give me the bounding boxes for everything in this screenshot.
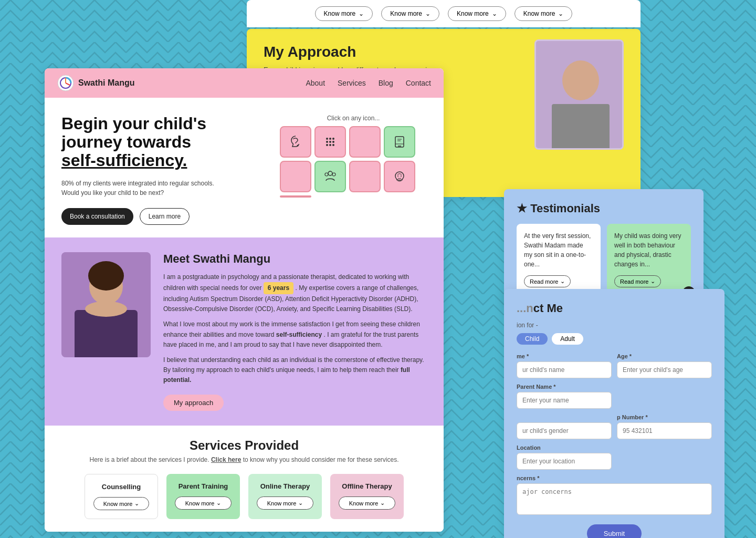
svg-point-24 (397, 175, 398, 177)
online-therapy-know-more[interactable]: Know more ⌄ (257, 496, 313, 510)
svg-point-14 (332, 141, 334, 143)
parent-name-label: Parent Name * (517, 384, 612, 390)
gender-input[interactable] (517, 422, 612, 439)
meet-para2: What I love most about my work is the im… (163, 319, 427, 350)
icon-grid-container: Click on any icon... (280, 115, 427, 198)
icon-empty2[interactable] (280, 161, 311, 192)
meet-content: Meet Swathi Mangu I am a postgraduate in… (163, 252, 427, 411)
chevron-down-icon: ⌄ (380, 500, 385, 506)
testimonial-2-text: My child was doing very well in both beh… (614, 231, 684, 269)
testimonials-title-icon: ★ (517, 202, 527, 215)
contact-tabs: Child Adult (517, 333, 712, 345)
know-more-btn-2[interactable]: Know more ⌄ (381, 6, 439, 21)
icon-dots[interactable] (314, 126, 346, 158)
service-offline-therapy: Offline Therapy Know more ⌄ (330, 474, 404, 519)
submit-container: Submit (517, 522, 712, 538)
know-more-btn-1[interactable]: Know more ⌄ (315, 6, 373, 21)
chevron-down-icon: ⌄ (650, 278, 655, 285)
svg-point-9 (326, 138, 328, 140)
svg-point-25 (401, 175, 402, 177)
hero-text: Begin your child's journey towards self-… (61, 115, 229, 225)
svg-point-13 (329, 141, 331, 143)
tab-adult[interactable]: Adult (552, 333, 583, 345)
phone-input[interactable] (617, 422, 712, 439)
phone-label: p Number * (617, 414, 712, 420)
navbar-links: About Services Blog Contact (306, 79, 431, 87)
offline-therapy-know-more[interactable]: Know more ⌄ (339, 496, 395, 510)
know-more-btn-4[interactable]: Know more ⌄ (514, 6, 573, 21)
nav-about[interactable]: About (306, 79, 325, 87)
submit-button[interactable]: Submit (587, 524, 642, 538)
chevron-down-icon: ⌄ (359, 10, 364, 17)
services-subtitle: Here is a brief about the services I pro… (61, 456, 427, 463)
svg-point-8 (297, 145, 299, 147)
years-badge: 6 years (264, 282, 293, 294)
form-group-location: Location (517, 444, 612, 470)
testimonial-1-read-more[interactable]: Read more ⌄ (524, 275, 571, 287)
svg-point-16 (329, 144, 331, 146)
approach-photo (534, 39, 624, 150)
main-panel: Swathi Mangu About Services Blog Contact… (45, 68, 444, 532)
form-group-phone: p Number * (617, 414, 712, 439)
location-input[interactable] (517, 453, 612, 470)
concerns-label: ncerns * (517, 475, 712, 481)
hero-buttons: Book a consultation Learn more (61, 208, 229, 225)
icon-empty4[interactable] (280, 195, 311, 198)
svg-point-11 (332, 138, 334, 140)
hero-heading: Begin your child's journey towards self-… (61, 115, 229, 170)
book-consultation-button[interactable]: Book a consultation (61, 208, 133, 225)
parent-name-input[interactable] (517, 392, 612, 409)
nav-services[interactable]: Services (338, 79, 366, 87)
meet-photo (61, 252, 151, 357)
icon-ear[interactable] (280, 126, 311, 158)
svg-point-23 (395, 172, 404, 180)
top-know-more-bar: Know more ⌄ Know more ⌄ Know more ⌄ Know… (247, 0, 640, 27)
concerns-textarea[interactable] (517, 483, 712, 515)
svg-point-10 (329, 138, 331, 140)
my-approach-button[interactable]: My approach (163, 395, 224, 411)
icon-group[interactable] (314, 161, 346, 192)
meet-section: Meet Swathi Mangu I am a postgraduate in… (45, 237, 444, 426)
form-group-concerns: ncerns * (517, 475, 712, 515)
age-input[interactable] (617, 361, 712, 378)
know-more-btn-3[interactable]: Know more ⌄ (448, 6, 506, 21)
testimonial-1-text: At the very first session, Swathi Madam … (524, 231, 593, 269)
icon-empty3[interactable] (349, 161, 381, 192)
nav-contact[interactable]: Contact (406, 79, 431, 87)
icon-tablet[interactable] (384, 126, 415, 158)
meet-title: Meet Swathi Mangu (163, 252, 427, 266)
svg-point-17 (332, 144, 334, 146)
learn-more-button[interactable]: Learn more (140, 208, 190, 225)
location-label: Location (517, 444, 612, 451)
navbar-logo (57, 75, 74, 91)
testimonial-2: My child was doing very well in both beh… (607, 224, 691, 295)
hero-section: Begin your child's journey towards self-… (45, 98, 444, 237)
contact-panel: ...nct Me ion for - Child Adult me * Age… (504, 289, 724, 538)
service-offline-title: Offline Therapy (339, 482, 395, 490)
icon-empty1[interactable] (349, 126, 381, 158)
hero-subtext: 80% of my clients were integrated into r… (61, 179, 229, 198)
parent-training-know-more[interactable]: Know more ⌄ (175, 496, 232, 510)
name-input[interactable] (517, 361, 612, 378)
service-counselling: Counselling Know more ⌄ (85, 474, 158, 519)
services-section: Services Provided Here is a brief about … (45, 426, 444, 532)
chevron-down-icon: ⌄ (134, 500, 139, 507)
icon-head[interactable] (384, 161, 415, 192)
gender-label (517, 414, 612, 420)
svg-point-12 (326, 141, 328, 143)
testimonial-2-read-more[interactable]: Read more ⌄ (614, 275, 661, 287)
tab-child[interactable]: Child (517, 333, 548, 345)
counselling-know-more[interactable]: Know more ⌄ (93, 497, 149, 510)
services-grid: Counselling Know more ⌄ Parent Training … (61, 474, 427, 519)
service-counselling-title: Counselling (93, 483, 149, 491)
nav-blog[interactable]: Blog (379, 79, 393, 87)
testimonial-1: At the very first session, Swathi Madam … (517, 224, 601, 295)
contact-label: ion for - (517, 322, 712, 329)
svg-point-30 (88, 261, 124, 291)
chevron-down-icon: ⌄ (558, 10, 563, 17)
chevron-down-icon: ⌄ (216, 500, 221, 506)
form-group-parent: Parent Name * (517, 384, 612, 409)
contact-form: me * Age * Parent Name * p Number * Loca… (517, 353, 712, 538)
click-here-link[interactable]: Click here (211, 456, 241, 463)
svg-point-3 (562, 60, 599, 100)
